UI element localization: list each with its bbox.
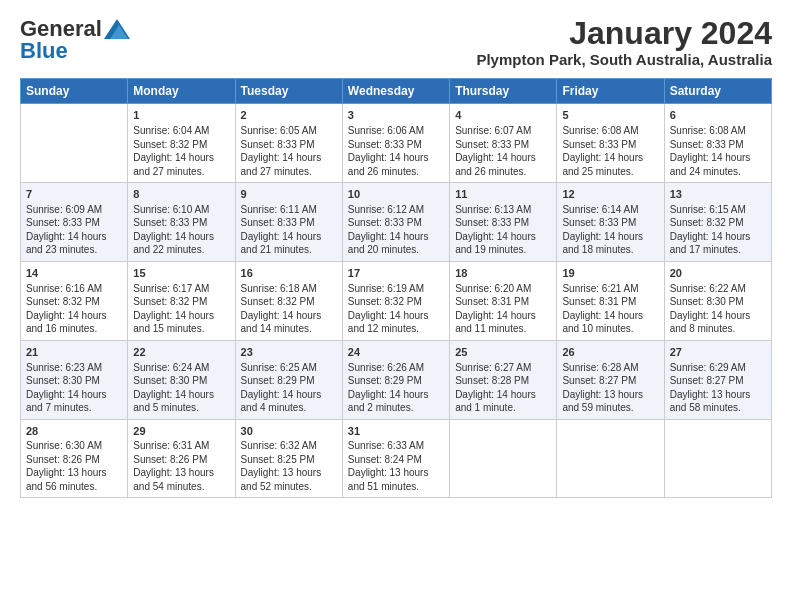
- day-number: 13: [670, 187, 766, 202]
- table-cell: 16Sunrise: 6:18 AM Sunset: 8:32 PM Dayli…: [235, 261, 342, 340]
- day-number: 22: [133, 345, 229, 360]
- day-info: Sunrise: 6:28 AM Sunset: 8:27 PM Dayligh…: [562, 361, 658, 415]
- table-cell: 28Sunrise: 6:30 AM Sunset: 8:26 PM Dayli…: [21, 419, 128, 498]
- day-info: Sunrise: 6:27 AM Sunset: 8:28 PM Dayligh…: [455, 361, 551, 415]
- calendar-week-row: 1Sunrise: 6:04 AM Sunset: 8:32 PM Daylig…: [21, 104, 772, 183]
- table-cell: 17Sunrise: 6:19 AM Sunset: 8:32 PM Dayli…: [342, 261, 449, 340]
- day-number: 6: [670, 108, 766, 123]
- title-block: January 2024 Plympton Park, South Austra…: [476, 16, 772, 68]
- col-thursday: Thursday: [450, 79, 557, 104]
- day-number: 21: [26, 345, 122, 360]
- day-info: Sunrise: 6:18 AM Sunset: 8:32 PM Dayligh…: [241, 282, 337, 336]
- table-cell: 5Sunrise: 6:08 AM Sunset: 8:33 PM Daylig…: [557, 104, 664, 183]
- table-cell: 10Sunrise: 6:12 AM Sunset: 8:33 PM Dayli…: [342, 183, 449, 262]
- col-tuesday: Tuesday: [235, 79, 342, 104]
- table-cell: [557, 419, 664, 498]
- day-number: 7: [26, 187, 122, 202]
- table-cell: 18Sunrise: 6:20 AM Sunset: 8:31 PM Dayli…: [450, 261, 557, 340]
- header: General Blue January 2024 Plympton Park,…: [20, 16, 772, 68]
- day-info: Sunrise: 6:11 AM Sunset: 8:33 PM Dayligh…: [241, 203, 337, 257]
- col-wednesday: Wednesday: [342, 79, 449, 104]
- day-number: 23: [241, 345, 337, 360]
- table-cell: 19Sunrise: 6:21 AM Sunset: 8:31 PM Dayli…: [557, 261, 664, 340]
- day-number: 3: [348, 108, 444, 123]
- table-cell: [21, 104, 128, 183]
- day-info: Sunrise: 6:29 AM Sunset: 8:27 PM Dayligh…: [670, 361, 766, 415]
- table-cell: 13Sunrise: 6:15 AM Sunset: 8:32 PM Dayli…: [664, 183, 771, 262]
- day-number: 28: [26, 424, 122, 439]
- day-number: 4: [455, 108, 551, 123]
- day-number: 16: [241, 266, 337, 281]
- day-info: Sunrise: 6:05 AM Sunset: 8:33 PM Dayligh…: [241, 124, 337, 178]
- calendar-week-row: 21Sunrise: 6:23 AM Sunset: 8:30 PM Dayli…: [21, 340, 772, 419]
- calendar-week-row: 14Sunrise: 6:16 AM Sunset: 8:32 PM Dayli…: [21, 261, 772, 340]
- day-info: Sunrise: 6:07 AM Sunset: 8:33 PM Dayligh…: [455, 124, 551, 178]
- table-cell: 24Sunrise: 6:26 AM Sunset: 8:29 PM Dayli…: [342, 340, 449, 419]
- day-number: 29: [133, 424, 229, 439]
- table-cell: 22Sunrise: 6:24 AM Sunset: 8:30 PM Dayli…: [128, 340, 235, 419]
- day-number: 20: [670, 266, 766, 281]
- day-info: Sunrise: 6:06 AM Sunset: 8:33 PM Dayligh…: [348, 124, 444, 178]
- day-number: 17: [348, 266, 444, 281]
- table-cell: 23Sunrise: 6:25 AM Sunset: 8:29 PM Dayli…: [235, 340, 342, 419]
- table-cell: 8Sunrise: 6:10 AM Sunset: 8:33 PM Daylig…: [128, 183, 235, 262]
- day-number: 5: [562, 108, 658, 123]
- day-info: Sunrise: 6:13 AM Sunset: 8:33 PM Dayligh…: [455, 203, 551, 257]
- day-info: Sunrise: 6:25 AM Sunset: 8:29 PM Dayligh…: [241, 361, 337, 415]
- day-number: 8: [133, 187, 229, 202]
- day-number: 27: [670, 345, 766, 360]
- day-info: Sunrise: 6:16 AM Sunset: 8:32 PM Dayligh…: [26, 282, 122, 336]
- day-number: 30: [241, 424, 337, 439]
- table-cell: 9Sunrise: 6:11 AM Sunset: 8:33 PM Daylig…: [235, 183, 342, 262]
- table-cell: 7Sunrise: 6:09 AM Sunset: 8:33 PM Daylig…: [21, 183, 128, 262]
- table-cell: 11Sunrise: 6:13 AM Sunset: 8:33 PM Dayli…: [450, 183, 557, 262]
- day-info: Sunrise: 6:19 AM Sunset: 8:32 PM Dayligh…: [348, 282, 444, 336]
- day-number: 18: [455, 266, 551, 281]
- table-cell: [450, 419, 557, 498]
- table-cell: 30Sunrise: 6:32 AM Sunset: 8:25 PM Dayli…: [235, 419, 342, 498]
- day-number: 15: [133, 266, 229, 281]
- day-number: 2: [241, 108, 337, 123]
- table-cell: 27Sunrise: 6:29 AM Sunset: 8:27 PM Dayli…: [664, 340, 771, 419]
- col-monday: Monday: [128, 79, 235, 104]
- day-number: 31: [348, 424, 444, 439]
- table-cell: 4Sunrise: 6:07 AM Sunset: 8:33 PM Daylig…: [450, 104, 557, 183]
- day-info: Sunrise: 6:32 AM Sunset: 8:25 PM Dayligh…: [241, 439, 337, 493]
- day-info: Sunrise: 6:26 AM Sunset: 8:29 PM Dayligh…: [348, 361, 444, 415]
- table-cell: 1Sunrise: 6:04 AM Sunset: 8:32 PM Daylig…: [128, 104, 235, 183]
- day-number: 10: [348, 187, 444, 202]
- day-info: Sunrise: 6:14 AM Sunset: 8:33 PM Dayligh…: [562, 203, 658, 257]
- day-info: Sunrise: 6:17 AM Sunset: 8:32 PM Dayligh…: [133, 282, 229, 336]
- day-number: 9: [241, 187, 337, 202]
- table-cell: 6Sunrise: 6:08 AM Sunset: 8:33 PM Daylig…: [664, 104, 771, 183]
- calendar-week-row: 7Sunrise: 6:09 AM Sunset: 8:33 PM Daylig…: [21, 183, 772, 262]
- day-number: 1: [133, 108, 229, 123]
- table-cell: 20Sunrise: 6:22 AM Sunset: 8:30 PM Dayli…: [664, 261, 771, 340]
- table-cell: 25Sunrise: 6:27 AM Sunset: 8:28 PM Dayli…: [450, 340, 557, 419]
- table-cell: 3Sunrise: 6:06 AM Sunset: 8:33 PM Daylig…: [342, 104, 449, 183]
- calendar-subtitle: Plympton Park, South Australia, Australi…: [476, 51, 772, 68]
- day-info: Sunrise: 6:10 AM Sunset: 8:33 PM Dayligh…: [133, 203, 229, 257]
- day-number: 26: [562, 345, 658, 360]
- day-info: Sunrise: 6:33 AM Sunset: 8:24 PM Dayligh…: [348, 439, 444, 493]
- logo-blue: Blue: [20, 38, 68, 64]
- day-info: Sunrise: 6:20 AM Sunset: 8:31 PM Dayligh…: [455, 282, 551, 336]
- day-number: 14: [26, 266, 122, 281]
- day-info: Sunrise: 6:22 AM Sunset: 8:30 PM Dayligh…: [670, 282, 766, 336]
- col-saturday: Saturday: [664, 79, 771, 104]
- day-info: Sunrise: 6:09 AM Sunset: 8:33 PM Dayligh…: [26, 203, 122, 257]
- table-cell: 2Sunrise: 6:05 AM Sunset: 8:33 PM Daylig…: [235, 104, 342, 183]
- table-cell: 21Sunrise: 6:23 AM Sunset: 8:30 PM Dayli…: [21, 340, 128, 419]
- day-number: 11: [455, 187, 551, 202]
- day-info: Sunrise: 6:15 AM Sunset: 8:32 PM Dayligh…: [670, 203, 766, 257]
- table-cell: 29Sunrise: 6:31 AM Sunset: 8:26 PM Dayli…: [128, 419, 235, 498]
- day-info: Sunrise: 6:08 AM Sunset: 8:33 PM Dayligh…: [670, 124, 766, 178]
- day-info: Sunrise: 6:23 AM Sunset: 8:30 PM Dayligh…: [26, 361, 122, 415]
- calendar-table: Sunday Monday Tuesday Wednesday Thursday…: [20, 78, 772, 498]
- day-info: Sunrise: 6:30 AM Sunset: 8:26 PM Dayligh…: [26, 439, 122, 493]
- day-info: Sunrise: 6:21 AM Sunset: 8:31 PM Dayligh…: [562, 282, 658, 336]
- table-cell: 14Sunrise: 6:16 AM Sunset: 8:32 PM Dayli…: [21, 261, 128, 340]
- table-cell: 31Sunrise: 6:33 AM Sunset: 8:24 PM Dayli…: [342, 419, 449, 498]
- calendar-title: January 2024: [476, 16, 772, 51]
- col-sunday: Sunday: [21, 79, 128, 104]
